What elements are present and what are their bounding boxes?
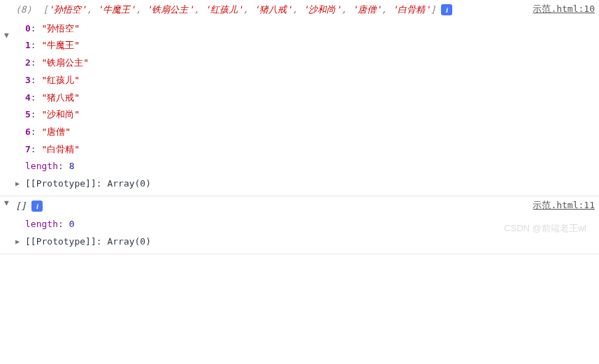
prototype-row[interactable]: ▶[[Prototype]]: Array(0) (25, 175, 595, 193)
summary-item: '白骨精' (392, 4, 431, 15)
expand-toggle-icon[interactable] (4, 198, 9, 208)
array-summary[interactable]: [] i (15, 199, 595, 214)
summary-item: '猪八戒' (254, 4, 292, 15)
expand-toggle-icon[interactable] (4, 31, 9, 40)
array-length-badge: (8) (15, 4, 31, 15)
array-index-row[interactable]: 5: "沙和尚" (25, 106, 595, 124)
summary-item: '唐僧' (352, 4, 382, 15)
empty-array: [] (15, 201, 27, 211)
info-icon[interactable]: i (31, 201, 43, 212)
watermark: CSDN @前端老王wl (504, 222, 586, 235)
source-link[interactable]: 示范.html:11 (533, 199, 595, 212)
summary-item: '红孩儿' (205, 4, 243, 15)
array-index-row[interactable]: 1: "牛魔王" (25, 37, 595, 54)
array-index-row[interactable]: 7: "白骨精" (25, 141, 595, 159)
close-bracket: ] (431, 4, 436, 15)
chevron-right-icon[interactable]: ▶ (15, 235, 20, 248)
length-row[interactable]: length: 8 (25, 158, 595, 175)
info-icon[interactable]: i (441, 4, 452, 15)
summary-item: '牛魔王' (97, 4, 136, 15)
source-link[interactable]: 示范.html:10 (533, 3, 595, 15)
prototype-row[interactable]: ▶[[Prototype]]: Array(0) (25, 233, 595, 251)
summary-item: '铁扇公主' (147, 4, 194, 15)
array-index-row[interactable]: 2: "铁扇公主" (25, 54, 595, 72)
array-index-row[interactable]: 3: "红孩儿" (25, 72, 595, 89)
open-bracket: [ (37, 4, 48, 15)
summary-item: '孙悟空' (48, 4, 87, 15)
chevron-right-icon[interactable]: ▶ (15, 177, 20, 190)
array-index-row[interactable]: 0: "孙悟空" (25, 20, 595, 38)
array-index-row[interactable]: 6: "唐僧" (25, 124, 595, 141)
array-summary[interactable]: (8) ['孙悟空', '牛魔王', '铁扇公主', '红孩儿', '猪八戒',… (15, 3, 595, 17)
summary-item: '沙和尚' (303, 4, 342, 15)
expanded-properties: 0: "孙悟空" 1: "牛魔王" 2: "铁扇公主" 3: "红孩儿" 4: … (25, 20, 595, 193)
console-log-entry-1: 示范.html:10 (8) ['孙悟空', '牛魔王', '铁扇公主', '红… (0, 0, 599, 196)
array-index-row[interactable]: 4: "猪八戒" (25, 89, 595, 107)
